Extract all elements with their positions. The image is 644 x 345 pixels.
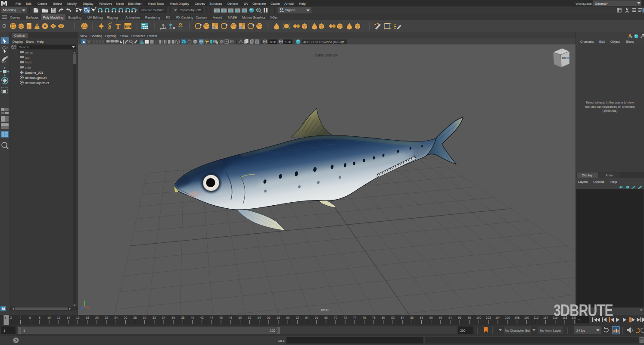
svg-text:Help: Help <box>37 40 44 44</box>
svg-text:102: 102 <box>486 316 491 319</box>
svg-text:110: 110 <box>524 316 529 319</box>
svg-text:Search...: Search... <box>19 45 32 49</box>
svg-text:defaultLightSet: defaultLightSet <box>25 76 47 80</box>
svg-text:94: 94 <box>448 316 452 319</box>
svg-text:86: 86 <box>410 316 414 319</box>
svg-text:No Live Surface: No Live Surface <box>141 8 164 12</box>
svg-text:edit and set keyframes on chan: edit and set keyframes on channels <box>585 105 635 109</box>
svg-text:72: 72 <box>343 316 347 319</box>
svg-text:120: 120 <box>270 329 275 332</box>
svg-text:62: 62 <box>296 316 299 319</box>
svg-text:22: 22 <box>105 316 108 319</box>
svg-text:Show: Show <box>626 40 634 44</box>
svg-text:RIGHT: RIGHT <box>562 56 569 60</box>
svg-text:104: 104 <box>495 316 501 319</box>
svg-text:Modeling: Modeling <box>3 8 16 12</box>
svg-text:20: 20 <box>95 316 99 319</box>
svg-text:76: 76 <box>363 316 366 319</box>
svg-text:T: T <box>560 50 562 52</box>
svg-text:Show: Show <box>26 40 34 44</box>
svg-text:CAPS LOCK ON: CAPS LOCK ON <box>314 54 338 57</box>
svg-text:30: 30 <box>143 316 146 319</box>
svg-text:96: 96 <box>458 316 461 319</box>
svg-text:MEL: MEL <box>278 339 285 343</box>
svg-text:18: 18 <box>86 316 89 319</box>
svg-text:M: M <box>2 307 5 311</box>
svg-text:70: 70 <box>334 316 337 319</box>
svg-text:40: 40 <box>191 316 194 319</box>
svg-text:28: 28 <box>134 316 137 319</box>
svg-text:ACES 1.0 SDR-video (sRGB): ACES 1.0 SDR-video (sRGB) <box>303 41 343 44</box>
svg-text:112: 112 <box>534 316 538 319</box>
svg-text:1: 1 <box>5 316 6 319</box>
svg-text:32: 32 <box>152 316 156 319</box>
svg-text:14: 14 <box>67 316 70 319</box>
svg-text:64: 64 <box>305 316 309 319</box>
svg-text:2: 2 <box>10 316 12 319</box>
svg-text:persp: persp <box>25 50 33 54</box>
svg-text:42: 42 <box>200 316 204 319</box>
svg-text:54: 54 <box>258 316 261 319</box>
svg-text:34: 34 <box>162 316 165 319</box>
svg-text:26: 26 <box>124 316 128 319</box>
svg-text:Options: Options <box>593 180 604 184</box>
svg-text:24: 24 <box>114 316 118 319</box>
svg-text:Display: Display <box>582 173 593 177</box>
svg-text:52: 52 <box>248 316 252 319</box>
svg-text:98: 98 <box>467 316 471 319</box>
svg-text:8: 8 <box>39 316 40 319</box>
svg-text:top: top <box>25 56 29 60</box>
svg-text:Select objects in the scene to: Select objects in the scene to view, <box>585 100 634 104</box>
svg-text:Outliner: Outliner <box>14 34 26 38</box>
svg-text:Sign In: Sign In <box>285 8 295 12</box>
svg-text:SVG: SVG <box>125 25 131 28</box>
svg-text:T: T <box>115 22 121 31</box>
svg-text:56: 56 <box>267 316 271 319</box>
svg-text:74: 74 <box>353 316 356 319</box>
svg-text:82: 82 <box>391 316 395 319</box>
svg-text:Object: Object <box>610 40 620 44</box>
svg-text:50: 50 <box>239 316 242 319</box>
svg-text:68: 68 <box>324 316 328 319</box>
svg-text:90: 90 <box>429 316 433 319</box>
svg-text:Symmetry: Off: Symmetry: Off <box>180 8 201 12</box>
svg-text:defaultObjectSet: defaultObjectSet <box>25 81 49 85</box>
svg-text:0,0,0: 0,0,0 <box>178 27 183 30</box>
svg-text:200: 200 <box>460 329 466 332</box>
svg-text:front: front <box>25 60 32 64</box>
svg-text:16: 16 <box>76 316 80 319</box>
svg-text:(attributes): (attributes) <box>603 109 618 113</box>
svg-text:1.00: 1.00 <box>285 40 291 44</box>
svg-text:1: 1 <box>3 329 5 332</box>
svg-text:4: 4 <box>20 316 22 319</box>
svg-text:Layers: Layers <box>578 180 588 184</box>
svg-text:106: 106 <box>505 316 510 319</box>
svg-text:A: A <box>83 40 85 44</box>
svg-text:Anim: Anim <box>605 173 613 177</box>
svg-text:side: side <box>25 66 31 69</box>
svg-text:46: 46 <box>219 316 223 319</box>
svg-text:60: 60 <box>286 316 289 319</box>
svg-text:66: 66 <box>315 316 318 319</box>
svg-text:92: 92 <box>439 316 442 319</box>
svg-text:88: 88 <box>420 316 423 319</box>
svg-text:84: 84 <box>401 316 404 319</box>
svg-text:6: 6 <box>29 316 31 319</box>
svg-text:Edit: Edit <box>599 40 605 44</box>
svg-text:108: 108 <box>514 316 520 319</box>
svg-text:No Anim Layer: No Anim Layer <box>540 329 561 332</box>
svg-text:100: 100 <box>476 316 482 319</box>
svg-text:44: 44 <box>210 316 213 319</box>
svg-text:36: 36 <box>171 316 175 319</box>
svg-text:48: 48 <box>229 316 232 319</box>
svg-text:Display: Display <box>12 40 23 44</box>
svg-text:?: ? <box>15 338 17 343</box>
svg-text:114: 114 <box>543 316 548 319</box>
svg-text:38: 38 <box>181 316 185 319</box>
svg-text:24 fps: 24 fps <box>576 329 585 332</box>
svg-text:Sardine_001: Sardine_001 <box>25 71 44 75</box>
svg-text:78: 78 <box>372 316 376 319</box>
svg-text:80: 80 <box>382 316 385 319</box>
svg-text:1: 1 <box>23 329 25 332</box>
svg-text:10: 10 <box>47 316 51 319</box>
